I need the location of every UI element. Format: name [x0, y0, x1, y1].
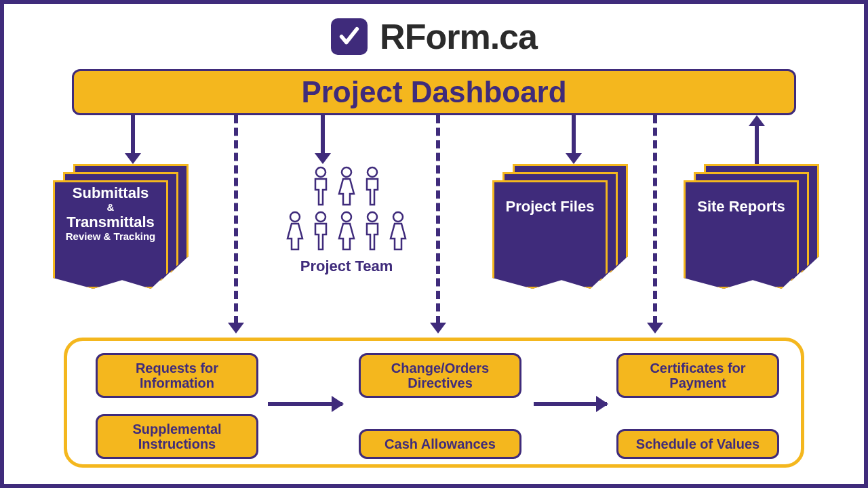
site-reports-stack: Site Reports — [684, 164, 819, 293]
svg-point-4 — [316, 212, 326, 222]
flow-arrow-icon — [534, 402, 607, 406]
person-icon — [335, 210, 358, 253]
svg-point-3 — [290, 212, 300, 222]
label-line: Submittals — [53, 184, 168, 201]
diagram-canvas: RForm.ca Project Dashboard — [0, 0, 868, 488]
person-icon — [361, 165, 384, 209]
person-icon — [335, 165, 358, 209]
label-line: Review & Tracking — [53, 230, 168, 242]
person-icon — [309, 165, 332, 209]
label-line: & — [53, 201, 168, 213]
svg-point-2 — [368, 167, 377, 177]
chip-si: Supplemental Instructions — [96, 414, 258, 459]
svg-point-5 — [342, 212, 351, 222]
team-label: Project Team — [275, 258, 418, 275]
doc-page-icon — [492, 180, 608, 289]
chip-ca: Cash Allowances — [359, 429, 521, 459]
people-row — [275, 165, 418, 209]
dashboard-title: Project Dashboard — [301, 75, 566, 109]
chip-cp: Certificates for Payment — [616, 353, 779, 398]
site-reports-label: Site Reports — [684, 198, 799, 215]
chip-rfi: Requests for Information — [96, 353, 258, 398]
svg-point-1 — [342, 167, 351, 177]
brand-logo: RForm.ca — [4, 16, 864, 57]
brand-text: RForm.ca — [380, 16, 537, 57]
project-team: Project Team — [275, 164, 418, 275]
checkmark-icon — [331, 18, 368, 55]
flow-column: Requests for Information Supplemental In… — [96, 353, 258, 459]
person-icon — [309, 210, 332, 253]
person-icon — [283, 210, 307, 253]
project-files-stack: Project Files — [492, 164, 628, 293]
chip-sv: Schedule of Values — [616, 429, 779, 459]
submittals-stack: Submittals & Transmittals Review & Track… — [53, 164, 189, 293]
chip-co: Change/Orders Directives — [359, 353, 521, 398]
dashboard-title-bar: Project Dashboard — [72, 69, 796, 115]
doc-page-icon — [684, 180, 799, 289]
flow-column: Certificates for Payment Schedule of Val… — [616, 353, 779, 459]
flow-column: Change/Orders Directives Cash Allowances — [359, 353, 521, 459]
label-line: Transmittals — [53, 214, 168, 230]
project-files-label: Project Files — [492, 198, 608, 215]
submittals-label: Submittals & Transmittals Review & Track… — [53, 184, 168, 242]
person-icon — [387, 210, 410, 253]
person-icon — [361, 210, 384, 253]
people-row — [275, 210, 418, 253]
svg-point-0 — [316, 167, 326, 177]
flow-arrow-icon — [268, 402, 342, 406]
svg-point-7 — [393, 212, 403, 222]
workflow-container: Requests for Information Supplemental In… — [64, 338, 804, 468]
svg-point-6 — [368, 212, 377, 222]
